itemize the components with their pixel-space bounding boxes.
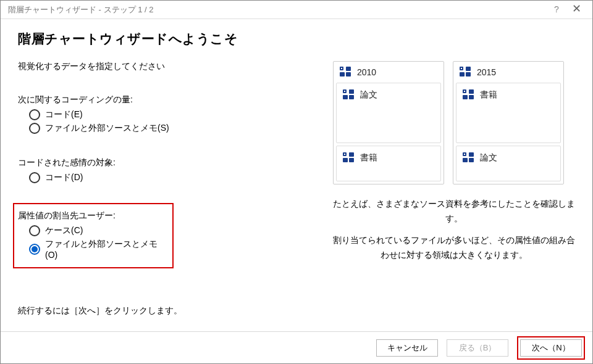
content-area: 階層チャートウィザードへようこそ 視覚化するデータを指定してください 次に関する… [1, 19, 592, 331]
grid-icon [343, 152, 355, 163]
next-highlight: 次へ（N） [517, 336, 585, 360]
preview-head-label: 2015 [477, 67, 496, 77]
preview-cell-label: 書籍 [360, 152, 377, 163]
attribute-assignment-group: 属性値の割当先ユーザー: ケース(C) ファイルと外部ソースとメモ(O) [13, 203, 174, 268]
description-line1: たとえば、さまざまなソース資料を参考にしたことを確認します。 [333, 197, 575, 227]
grid-icon [463, 152, 475, 163]
close-button[interactable]: ✕ [566, 4, 586, 13]
cancel-button[interactable]: キャンセル [376, 339, 438, 357]
radio-case-c[interactable]: ケース(C) [29, 225, 169, 236]
preview-head: 2010 [334, 62, 444, 83]
preview-chart: 2010 論文 書籍 20 [333, 61, 575, 184]
titlebar: 階層チャートウィザード - ステップ 1 / 2 ? ✕ [1, 1, 592, 19]
coding-amount-group: 次に関するコーディングの量: コード(E) ファイルと外部ソースとメモ(S) [18, 94, 321, 134]
continue-instruction: 続行するには［次へ］をクリックします。 [18, 305, 321, 316]
coded-emotion-label: コードされた感情の対象: [18, 157, 321, 168]
radio-icon [29, 244, 40, 255]
preview-head: 2015 [453, 62, 563, 83]
grid-icon [463, 89, 475, 101]
preview-cell-label: 論文 [360, 89, 377, 101]
radio-label: コード(E) [45, 109, 83, 120]
description: たとえば、さまざまなソース資料を参考にしたことを確認します。 割り当てられている… [333, 197, 575, 263]
preview-cell: 書籍 [456, 83, 561, 143]
radio-icon [29, 172, 40, 183]
help-button[interactable]: ? [547, 4, 566, 14]
back-button[interactable]: 戻る（B） [447, 339, 508, 357]
instruction-text: 視覚化するデータを指定してください [18, 61, 321, 72]
grid-icon [343, 89, 355, 101]
radio-label: ファイルと外部ソースとメモ(S) [45, 123, 169, 134]
radio-label: コード(D) [45, 172, 83, 183]
preview-column-2010: 2010 論文 書籍 [333, 61, 444, 184]
grid-icon [340, 67, 352, 78]
preview-head-label: 2010 [357, 67, 376, 77]
preview-cell: 論文 [456, 146, 561, 181]
radio-files-sources-memo-s[interactable]: ファイルと外部ソースとメモ(S) [29, 123, 321, 134]
preview-column-2015: 2015 書籍 論文 [453, 61, 564, 184]
preview-cell: 論文 [336, 83, 441, 143]
next-button[interactable]: 次へ（N） [520, 339, 582, 357]
right-panel: 2010 論文 書籍 20 [321, 61, 575, 331]
coded-emotion-group: コードされた感情の対象: コード(D) [18, 157, 321, 183]
body: 視覚化するデータを指定してください 次に関するコーディングの量: コード(E) … [18, 61, 575, 331]
radio-code-e[interactable]: コード(E) [29, 109, 321, 120]
radio-files-sources-memo-o[interactable]: ファイルと外部ソースとメモ(O) [29, 239, 169, 260]
footer: キャンセル 戻る（B） 次へ（N） [1, 331, 592, 363]
preview-cell-label: 論文 [480, 152, 497, 163]
preview-cell: 書籍 [336, 146, 441, 181]
radio-code-d[interactable]: コード(D) [29, 172, 321, 183]
radio-label: ケース(C) [45, 225, 83, 236]
page-heading: 階層チャートウィザードへようこそ [18, 30, 575, 48]
attribute-assignment-label: 属性値の割当先ユーザー: [18, 210, 169, 221]
radio-icon [29, 123, 40, 134]
grid-icon [460, 67, 472, 78]
wizard-dialog: 階層チャートウィザード - ステップ 1 / 2 ? ✕ 階層チャートウィザード… [0, 0, 593, 364]
coding-amount-label: 次に関するコーディングの量: [18, 94, 321, 105]
left-panel: 視覚化するデータを指定してください 次に関するコーディングの量: コード(E) … [18, 61, 321, 331]
radio-label: ファイルと外部ソースとメモ(O) [45, 239, 169, 260]
preview-cell-label: 書籍 [480, 89, 497, 101]
radio-icon [29, 225, 40, 236]
window-title: 階層チャートウィザード - ステップ 1 / 2 [8, 4, 547, 15]
description-line2: 割り当てられているファイルが多いほど、その属性値の組み合わせに対する領域は大きく… [333, 233, 575, 263]
radio-icon [29, 109, 40, 120]
